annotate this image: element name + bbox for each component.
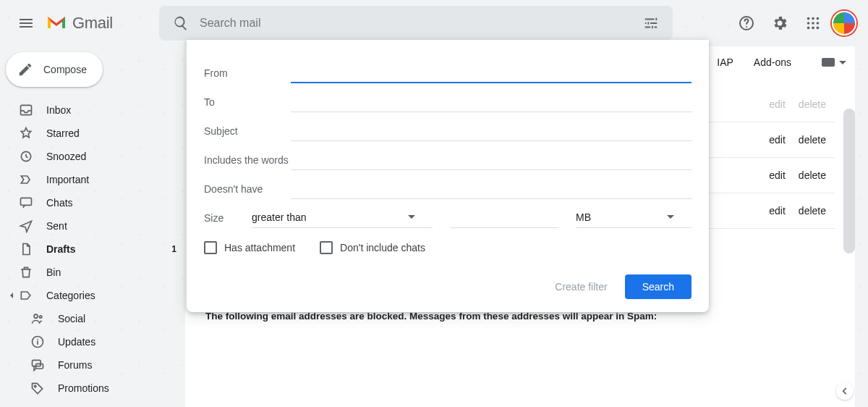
- apps-icon: [805, 15, 821, 31]
- sidebar-item-sent[interactable]: Sent: [0, 214, 185, 238]
- sidebar-item-label: Categories: [46, 290, 176, 301]
- gmail-brand[interactable]: Gmail: [46, 14, 113, 33]
- sidebar-item-updates[interactable]: Updates: [0, 330, 185, 353]
- search-icon: [173, 15, 189, 31]
- sidebar-item-label: Promotions: [58, 382, 176, 394]
- svg-point-1: [746, 26, 747, 28]
- scrollbar[interactable]: [843, 109, 855, 253]
- filter-delete-link[interactable]: delete: [799, 205, 826, 217]
- apps-button[interactable]: [799, 9, 827, 38]
- advanced-search-panel: From To Subject Includes the words Doesn…: [187, 40, 709, 312]
- sidebar-item-label: Important: [46, 174, 176, 185]
- create-filter-button[interactable]: Create filter: [555, 281, 607, 293]
- adv-subject-input[interactable]: [291, 119, 692, 141]
- chevron-down-icon: [408, 215, 415, 222]
- filter-edit-link[interactable]: edit: [769, 169, 786, 181]
- drafts-count: 1: [171, 244, 176, 254]
- tune-icon: [643, 15, 659, 31]
- filter-edit-link[interactable]: edit: [769, 98, 786, 110]
- search-bar: [159, 6, 673, 41]
- gmail-logo-icon: [46, 15, 67, 31]
- sidebar-item-chats[interactable]: Chats: [0, 191, 185, 214]
- tab-imap[interactable]: IAP: [707, 49, 744, 75]
- has-attachment-label: Has attachment: [224, 242, 295, 253]
- sidebar-item-snoozed[interactable]: Snoozed: [0, 145, 185, 168]
- help-icon: [738, 14, 755, 32]
- search-button[interactable]: [166, 9, 195, 38]
- svg-rect-13: [21, 198, 32, 205]
- sidebar-item-social[interactable]: Social: [0, 307, 185, 330]
- sidebar-item-label: Inbox: [46, 104, 176, 116]
- svg-point-3: [812, 17, 814, 20]
- sidebar-item-bin[interactable]: Bin: [0, 261, 185, 284]
- star-icon: [19, 126, 33, 140]
- has-attachment-checkbox[interactable]: Has attachment: [204, 241, 295, 254]
- svg-point-2: [807, 17, 810, 20]
- chat-icon: [19, 196, 33, 210]
- important-icon: [19, 172, 33, 187]
- compose-label: Compose: [43, 64, 87, 75]
- search-input[interactable]: [195, 17, 637, 30]
- svg-point-5: [807, 22, 810, 25]
- sent-icon: [19, 219, 33, 233]
- svg-point-10: [817, 27, 820, 30]
- sidebar-item-inbox[interactable]: Inbox: [0, 98, 185, 122]
- brand-name: Gmail: [72, 14, 113, 33]
- adv-size-unit-select[interactable]: MB: [576, 206, 692, 228]
- compose-button[interactable]: Compose: [6, 52, 103, 87]
- info-icon: [30, 335, 45, 349]
- chevron-down-icon: [839, 61, 846, 68]
- filter-edit-link[interactable]: edit: [769, 134, 786, 146]
- settings-button[interactable]: [765, 9, 794, 38]
- tab-addons[interactable]: Add-ons: [744, 49, 801, 75]
- account-avatar[interactable]: [832, 11, 856, 35]
- dont-include-chats-checkbox[interactable]: Don't include chats: [320, 241, 425, 254]
- sidebar-item-promotions[interactable]: Promotions: [0, 377, 185, 400]
- sidebar-item-forums[interactable]: Forums: [0, 353, 185, 377]
- sidebar: Compose Inbox Starred Snoozed Important …: [0, 46, 185, 407]
- drafts-icon: [19, 242, 33, 256]
- sidebar-item-label: Forums: [58, 359, 176, 371]
- adv-doesnt-input[interactable]: [291, 177, 692, 199]
- svg-point-4: [817, 17, 820, 20]
- input-tool-button[interactable]: [822, 57, 846, 68]
- sidebar-item-drafts[interactable]: Drafts 1: [0, 238, 185, 261]
- dont-include-chats-label: Don't include chats: [340, 242, 425, 253]
- adv-size-operator-select[interactable]: greater than: [252, 206, 433, 228]
- svg-point-19: [34, 385, 36, 387]
- sidebar-item-label: Snoozed: [46, 151, 176, 162]
- support-button[interactable]: [732, 9, 761, 38]
- sidebar-item-label: Drafts: [46, 243, 158, 255]
- sidebar-item-label: Social: [58, 313, 176, 324]
- sidebar-item-categories[interactable]: Categories: [0, 284, 185, 307]
- compose-icon: [17, 62, 33, 77]
- adv-size-operator-value: greater than: [252, 211, 307, 223]
- filter-delete-link[interactable]: delete: [799, 169, 826, 181]
- svg-point-15: [40, 316, 42, 318]
- svg-point-6: [812, 22, 814, 25]
- sidebar-item-label: Bin: [46, 267, 176, 278]
- adv-size-value-input[interactable]: [450, 206, 558, 228]
- svg-point-7: [817, 22, 820, 25]
- svg-point-8: [807, 27, 810, 30]
- search-options-button[interactable]: [637, 9, 665, 38]
- adv-includes-input[interactable]: [291, 148, 692, 170]
- svg-point-14: [34, 314, 38, 318]
- sidebar-item-label: Sent: [46, 220, 176, 232]
- filter-edit-link[interactable]: edit: [769, 205, 786, 217]
- main-menu-button[interactable]: [12, 9, 41, 38]
- search-button[interactable]: Search: [625, 274, 692, 299]
- trash-icon: [19, 265, 33, 280]
- adv-from-input[interactable]: [291, 62, 692, 83]
- side-panel-toggle[interactable]: [836, 382, 854, 400]
- sidebar-item-starred[interactable]: Starred: [0, 122, 185, 145]
- filter-delete-link[interactable]: delete: [799, 98, 826, 110]
- sidebar-item-label: Updates: [58, 336, 176, 348]
- checkbox-icon: [204, 241, 217, 254]
- adv-to-input[interactable]: [291, 91, 692, 112]
- sidebar-item-important[interactable]: Important: [0, 168, 185, 191]
- forum-icon: [30, 358, 45, 372]
- filter-delete-link[interactable]: delete: [799, 134, 826, 146]
- sidebar-item-label: Chats: [46, 197, 176, 209]
- adv-doesnt-label: Doesn't have: [204, 183, 291, 199]
